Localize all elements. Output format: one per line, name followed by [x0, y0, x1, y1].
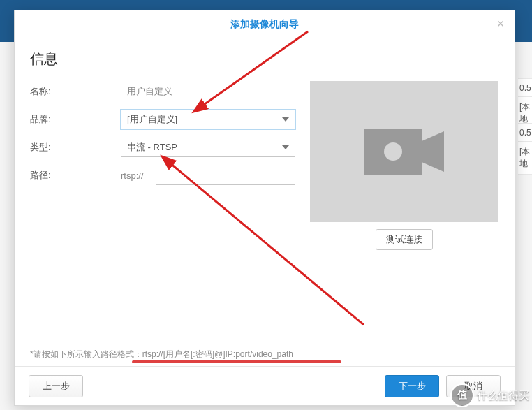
name-label: 名称:	[30, 85, 121, 98]
type-value: 串流 - RTSP	[127, 141, 282, 154]
camera-icon	[359, 120, 450, 183]
path-input[interactable]	[156, 166, 295, 185]
chevron-down-icon	[282, 145, 289, 149]
path-label: 路径:	[30, 169, 121, 182]
chevron-down-icon	[282, 117, 289, 122]
camera-preview-placeholder	[310, 81, 498, 222]
brand-value: [用户自定义]	[127, 113, 282, 126]
bg-value: 0.5	[518, 78, 532, 98]
preview-box: 测试连接	[309, 81, 499, 250]
row-path: 路径: rtsp://	[30, 165, 295, 186]
close-icon[interactable]: ×	[494, 17, 508, 31]
dialog-header: 添加摄像机向导 ×	[15, 10, 515, 38]
type-select[interactable]: 串流 - RTSP	[121, 138, 295, 157]
row-name: 名称:	[30, 81, 295, 102]
name-input[interactable]	[121, 82, 295, 101]
add-camera-wizard-dialog: 添加摄像机向导 × 信息 名称: 品牌: [用户自定义] 类型:	[14, 10, 515, 406]
type-label: 类型:	[30, 141, 121, 154]
prev-button[interactable]: 上一步	[29, 375, 83, 397]
dialog-title: 添加摄像机向导	[230, 18, 299, 31]
cancel-button[interactable]: 取消	[446, 375, 501, 397]
test-connection-button[interactable]: 测试连接	[376, 229, 433, 250]
path-format-hint: *请按如下所示输入路径格式：rtsp://[用户名[:密码]@]IP:port/…	[30, 349, 293, 360]
row-type: 类型: 串流 - RTSP	[30, 137, 295, 158]
form-left: 名称: 品牌: [用户自定义] 类型: 串流 - RTSP	[30, 81, 295, 250]
brand-select[interactable]: [用户自定义]	[121, 110, 295, 129]
path-prefix: rtsp://	[121, 170, 156, 181]
brand-label: 品牌:	[30, 113, 121, 126]
row-brand: 品牌: [用户自定义]	[30, 109, 295, 130]
form-area: 名称: 品牌: [用户自定义] 类型: 串流 - RTSP	[30, 81, 499, 250]
svg-marker-2	[422, 131, 444, 172]
dialog-body: 信息 名称: 品牌: [用户自定义] 类型: 串流 -	[15, 38, 515, 366]
annotation-underline	[132, 360, 341, 363]
bg-loc: [本地	[518, 141, 532, 175]
bg-value: 0.5	[518, 123, 532, 142]
section-heading: 信息	[30, 50, 499, 68]
next-button[interactable]: 下一步	[385, 375, 439, 397]
dialog-footer: 上一步 下一步 取消	[15, 366, 515, 405]
svg-point-1	[384, 142, 402, 161]
